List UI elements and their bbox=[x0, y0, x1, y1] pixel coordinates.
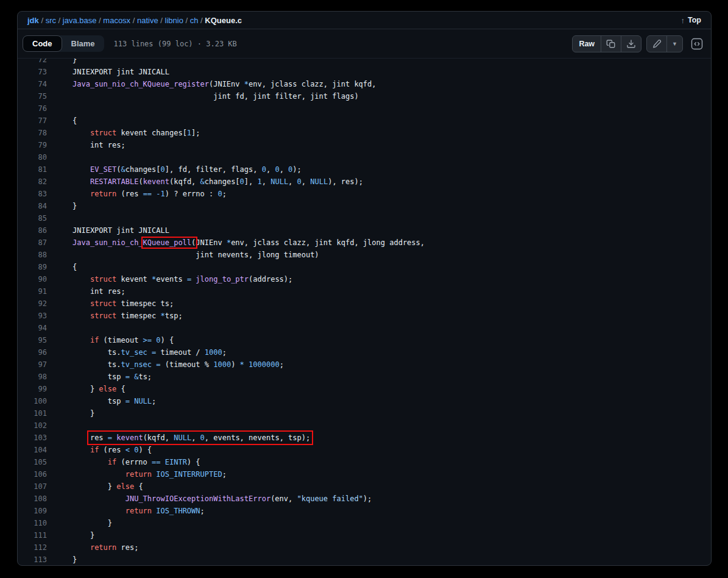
line-number[interactable]: 97 bbox=[18, 359, 47, 371]
code-line: 112 return res; bbox=[18, 541, 711, 554]
line-number[interactable]: 94 bbox=[18, 322, 47, 334]
line-number[interactable]: 78 bbox=[18, 127, 47, 139]
file-view-panel: jdk / src / java.base / macosx / native … bbox=[17, 11, 712, 566]
code-token: >= bbox=[143, 336, 152, 344]
tab-blame[interactable]: Blame bbox=[62, 36, 104, 51]
line-number[interactable]: 85 bbox=[18, 212, 47, 224]
copy-button[interactable] bbox=[601, 36, 621, 52]
breadcrumb-item-jdk[interactable]: jdk bbox=[27, 16, 39, 25]
code-token: , bbox=[302, 177, 310, 186]
line-number[interactable]: 88 bbox=[18, 249, 47, 261]
code-token: 1000000 bbox=[249, 360, 280, 369]
code-token: ); bbox=[363, 494, 372, 503]
annotation-red-box: KQueue_poll( bbox=[143, 238, 196, 247]
line-number[interactable]: 107 bbox=[18, 480, 47, 493]
tab-code[interactable]: Code bbox=[23, 35, 62, 52]
code-text: } bbox=[47, 517, 112, 529]
code-text: struct kevent *events = jlong_to_ptr(add… bbox=[47, 273, 292, 285]
raw-button[interactable]: Raw bbox=[573, 36, 601, 52]
edit-dropdown-button[interactable]: ▼ bbox=[666, 36, 682, 52]
line-number[interactable]: 73 bbox=[18, 66, 47, 78]
code-token: , events, nevents, tsp); bbox=[205, 434, 310, 442]
line-number[interactable]: 101 bbox=[18, 407, 47, 419]
line-number[interactable]: 83 bbox=[18, 188, 47, 200]
line-number[interactable]: 86 bbox=[18, 224, 47, 237]
line-number[interactable]: 99 bbox=[18, 383, 47, 395]
code-text: } else { bbox=[47, 480, 143, 493]
line-number[interactable]: 112 bbox=[18, 541, 47, 554]
edit-button[interactable] bbox=[647, 36, 666, 52]
line-number[interactable]: 72 bbox=[18, 59, 47, 66]
line-number[interactable]: 80 bbox=[18, 151, 47, 163]
line-number[interactable]: 106 bbox=[18, 468, 47, 480]
code-text: } bbox=[47, 59, 77, 66]
line-number[interactable]: 113 bbox=[18, 554, 47, 565]
line-number[interactable]: 104 bbox=[18, 444, 47, 456]
line-number[interactable]: 96 bbox=[18, 346, 47, 359]
line-number[interactable]: 82 bbox=[18, 176, 47, 188]
line-number[interactable]: 74 bbox=[18, 78, 47, 90]
breadcrumb-item-ch[interactable]: ch bbox=[190, 16, 199, 25]
line-number[interactable]: 102 bbox=[18, 419, 47, 432]
download-button[interactable] bbox=[621, 36, 641, 52]
code-line: 81 EV_SET(&changes[0], fd, filter, flags… bbox=[18, 163, 711, 176]
breadcrumb-item-src[interactable]: src bbox=[46, 16, 56, 25]
breadcrumb-item-macosx[interactable]: macosx bbox=[103, 16, 130, 25]
code-text: EV_SET(&changes[0], fd, filter, flags, 0… bbox=[47, 163, 302, 176]
line-number[interactable]: 75 bbox=[18, 90, 47, 102]
code-token bbox=[72, 434, 90, 442]
line-number[interactable]: 108 bbox=[18, 493, 47, 505]
code-token: } bbox=[72, 385, 99, 393]
line-number[interactable]: 91 bbox=[18, 285, 47, 298]
line-number[interactable]: 87 bbox=[18, 237, 47, 249]
line-number[interactable]: 84 bbox=[18, 200, 47, 212]
code-text: } bbox=[47, 200, 77, 212]
symbols-panel-button[interactable] bbox=[688, 35, 706, 52]
code-token: env, jclass clazz, jint kqfd, bbox=[249, 80, 376, 88]
line-number[interactable]: 103 bbox=[18, 432, 47, 444]
breadcrumb-item-java.base[interactable]: java.base bbox=[63, 16, 97, 25]
line-number[interactable]: 98 bbox=[18, 371, 47, 383]
line-number[interactable]: 111 bbox=[18, 529, 47, 541]
breadcrumb-item-libnio[interactable]: libnio bbox=[165, 16, 183, 25]
line-number[interactable]: 110 bbox=[18, 517, 47, 529]
code-token: { bbox=[72, 263, 77, 271]
code-token: ]; bbox=[191, 129, 200, 137]
line-number[interactable]: 77 bbox=[18, 115, 47, 127]
code-token bbox=[72, 336, 90, 344]
line-number[interactable]: 81 bbox=[18, 163, 47, 176]
code-token: 0 bbox=[262, 165, 266, 174]
code-token: ) { bbox=[138, 446, 152, 454]
line-number[interactable]: 92 bbox=[18, 298, 47, 310]
code-token: jint nevents, jlong timeout) bbox=[72, 251, 319, 259]
line-number[interactable]: 93 bbox=[18, 310, 47, 322]
code-token: timespec ts; bbox=[116, 299, 174, 308]
code-token: IOS_THROWN bbox=[156, 507, 200, 515]
line-number[interactable]: 105 bbox=[18, 456, 47, 468]
code-token bbox=[72, 165, 90, 174]
code-text bbox=[47, 151, 72, 163]
back-to-top-link[interactable]: ↑ Top bbox=[681, 16, 701, 25]
edit-group: ▼ bbox=[646, 35, 683, 52]
line-number[interactable]: 100 bbox=[18, 395, 47, 407]
line-number[interactable]: 79 bbox=[18, 139, 47, 151]
code-line: 101 } bbox=[18, 407, 711, 419]
code-token: JNIEXPORT jint JNICALL bbox=[72, 226, 169, 235]
code-token: == bbox=[152, 458, 160, 466]
line-number[interactable]: 90 bbox=[18, 273, 47, 285]
line-number[interactable]: 95 bbox=[18, 334, 47, 346]
code-token: RESTARTABLE bbox=[90, 177, 138, 186]
breadcrumb-separator: / bbox=[158, 16, 165, 25]
chevron-down-icon: ▼ bbox=[672, 41, 677, 47]
line-number[interactable]: 109 bbox=[18, 505, 47, 517]
code-token: struct bbox=[90, 129, 116, 137]
code-text: int res; bbox=[47, 285, 125, 298]
code-text: Java_sun_nio_ch_KQueue_poll(JNIEnv *env,… bbox=[47, 237, 425, 249]
code-token: tsp bbox=[72, 373, 125, 381]
code-text: int res; bbox=[47, 139, 125, 151]
code-token: (JNIEnv bbox=[209, 80, 244, 88]
line-number[interactable]: 76 bbox=[18, 102, 47, 115]
line-number[interactable]: 89 bbox=[18, 261, 47, 273]
code-token: ) ? errno : bbox=[165, 190, 218, 198]
breadcrumb-item-native[interactable]: native bbox=[137, 16, 158, 25]
